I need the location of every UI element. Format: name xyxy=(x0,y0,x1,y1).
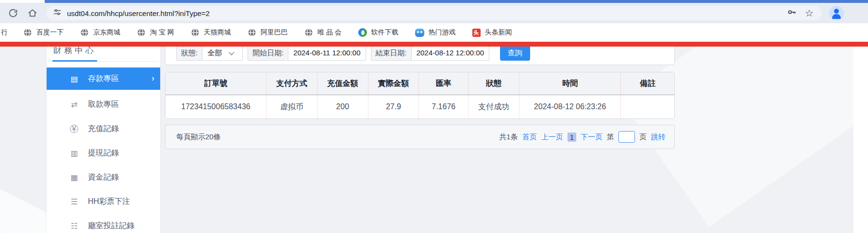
filter-bar: 狀態: 全部 開始日期: 2024-08-11 12:00:00 結束日期: 2… xyxy=(165,47,675,65)
url-bar[interactable]: usdt04.com/hhcp/usercenter.html?iniType=… xyxy=(47,6,821,20)
status-label: 狀態: xyxy=(177,47,202,60)
deposit-records-table: 訂單號 支付方式 充值金額 實際金額 匯率 狀態 時間 備註 172341500 xyxy=(165,72,675,119)
withdraw-hand-icon xyxy=(69,100,80,109)
home-icon[interactable] xyxy=(26,7,39,19)
active-tab-indicator xyxy=(52,60,97,62)
start-date-group: 開始日期: 2024-08-11 12:00:00 xyxy=(248,47,366,61)
cell-pay-method: 虚拟币 xyxy=(267,95,317,119)
chevron-right-icon: › xyxy=(151,73,154,83)
col-status: 狀態 xyxy=(468,72,519,95)
query-button[interactable]: 查詢 xyxy=(500,47,530,61)
next-page-link[interactable]: 下一页 xyxy=(581,133,602,142)
globe-icon xyxy=(248,28,256,37)
start-date-label: 開始日期: xyxy=(248,47,288,60)
page-header-red-bar xyxy=(0,42,868,47)
cell-actual-amount: 27.9 xyxy=(368,95,419,119)
browser-toolbar: usdt04.com/hhcp/usercenter.html?iniType=… xyxy=(0,3,868,23)
col-time: 時間 xyxy=(519,72,621,95)
globe-icon xyxy=(80,28,89,37)
status-select[interactable]: 全部 xyxy=(202,47,242,60)
total-count: 共1条 xyxy=(499,133,517,142)
bookmark-taobao[interactable]: 淘 宝 网 xyxy=(137,28,174,37)
page-size-text: 每頁顯示20條 xyxy=(176,133,221,142)
sidebar-section-tab[interactable]: 財務中心 xyxy=(47,47,160,54)
bookmark-alibaba[interactable]: 阿里巴巴 xyxy=(248,28,288,37)
globe-icon xyxy=(23,28,32,37)
col-remark: 備註 xyxy=(621,72,674,95)
first-page-link[interactable]: 首页 xyxy=(522,133,537,142)
col-order-no: 訂單號 xyxy=(166,72,267,95)
key-icon[interactable] xyxy=(786,7,797,19)
money-bag-icon xyxy=(70,125,78,133)
end-date-group: 結束日期: 2024-08-12 12:00:00 xyxy=(371,47,489,61)
table-header-row: 訂單號 支付方式 充值金額 實際金額 匯率 狀態 時間 備註 xyxy=(166,72,674,95)
game-icon xyxy=(415,29,424,37)
scrollbar-track[interactable] xyxy=(853,47,868,233)
pagination-bar: 每頁顯示20條 共1条 首页 上一页 1 下一页 第 页 跳转 xyxy=(165,125,675,149)
bookmark-star-icon[interactable]: ☆ xyxy=(805,8,814,18)
cell-status: 支付成功 xyxy=(468,95,519,119)
col-exchange-rate: 匯率 xyxy=(419,72,468,95)
bookmark-toutiao-news[interactable]: 头条新闻 xyxy=(472,28,512,37)
globe-icon xyxy=(191,28,200,37)
globe-icon xyxy=(304,28,313,37)
sidebar-item-deposit[interactable]: 存款專區 › xyxy=(47,67,160,90)
bookmark-jd[interactable]: 京东商城 xyxy=(80,28,120,37)
end-date-label: 結束日期: xyxy=(371,47,412,60)
page-body: 財務中心 存款專區 › 取款專區 充值記錄 xyxy=(0,47,868,233)
current-page[interactable]: 1 xyxy=(568,133,576,142)
profile-avatar[interactable] xyxy=(829,6,844,20)
bookmark-tmall[interactable]: 天猫商城 xyxy=(191,28,231,37)
prev-page-link[interactable]: 上一页 xyxy=(541,133,563,142)
bookmark-software-download[interactable]: 软件下载 xyxy=(358,28,399,37)
chevron-down-icon xyxy=(229,50,234,55)
reload-icon[interactable] xyxy=(7,7,19,19)
tab-underline xyxy=(47,61,158,62)
cell-remark xyxy=(621,95,674,119)
cell-recharge-amount: 200 xyxy=(317,95,368,119)
browser-window: usdt04.com/hhcp/usercenter.html?iniType=… xyxy=(0,0,868,233)
main-content: 狀態: 全部 開始日期: 2024-08-11 12:00:00 結束日期: 2… xyxy=(165,47,675,149)
bookmark-partial[interactable]: 行 xyxy=(1,28,7,37)
cell-time: 2024-08-12 06:23:26 xyxy=(519,95,621,119)
jump-prefix-label: 第 xyxy=(607,133,614,142)
pagination-controls: 共1条 首页 上一页 1 下一页 第 页 跳转 xyxy=(499,131,666,143)
globe-icon xyxy=(137,28,146,37)
cell-exchange-rate: 7.1676 xyxy=(419,95,468,119)
sidebar-item-withdrawal-record[interactable]: 提現記錄 xyxy=(47,141,160,165)
status-filter-group: 狀態: 全部 xyxy=(176,47,243,61)
col-recharge-amount: 充值金額 xyxy=(317,72,368,95)
start-date-input[interactable]: 2024-08-11 12:00:00 xyxy=(288,47,365,60)
url-text[interactable]: usdt04.com/hhcp/usercenter.html?iniType=… xyxy=(67,9,786,17)
software-icon xyxy=(358,28,367,37)
sidebar-item-funds-record[interactable]: 資金記錄 xyxy=(47,165,160,189)
col-pay-method: 支付方式 xyxy=(267,72,317,95)
sidebar-item-withdraw[interactable]: 取款專區 xyxy=(47,92,160,116)
cell-order-no: 1723415006583436 xyxy=(166,95,267,119)
sidebar-menu: 存款專區 › 取款專區 充值記錄 提現記錄 資金記錄 xyxy=(47,67,160,233)
sidebar-item-recharge-record[interactable]: 充值記錄 xyxy=(47,116,160,141)
end-date-input[interactable]: 2024-08-12 12:00:00 xyxy=(412,47,489,60)
sidebar-item-room-bet-record[interactable]: 廳室投註記錄 xyxy=(47,214,160,233)
jump-page-input[interactable] xyxy=(618,131,635,143)
table-row: 1723415006583436 虚拟币 200 27.9 7.1676 支付成… xyxy=(166,95,674,119)
jump-suffix-label: 页 xyxy=(639,133,647,142)
toutiao-icon xyxy=(472,29,481,37)
list-check-icon xyxy=(69,221,80,231)
bookmark-baidu[interactable]: 百度一下 xyxy=(23,28,64,37)
jump-button[interactable]: 跳转 xyxy=(651,133,666,142)
banknote-icon xyxy=(69,173,80,182)
bookmark-vip[interactable]: 唯 品 会 xyxy=(304,28,342,37)
bookmark-hot-games[interactable]: 热门游戏 xyxy=(415,28,456,37)
deposit-card-icon xyxy=(69,74,80,83)
col-actual-amount: 實際金額 xyxy=(368,72,419,95)
wallet-cards-icon xyxy=(69,149,80,158)
bookmarks-bar: 行 百度一下 京东商城 淘 宝 网 天猫商城 阿里巴巴 唯 品 会 软件下载 热… xyxy=(0,23,868,42)
finance-sidebar: 財務中心 存款專區 › 取款專區 充值記錄 xyxy=(47,47,160,233)
list-card-icon xyxy=(69,197,80,206)
sidebar-item-hh-lottery-bet[interactable]: HH彩票下注 xyxy=(47,189,160,214)
site-info-icon[interactable] xyxy=(52,7,62,19)
